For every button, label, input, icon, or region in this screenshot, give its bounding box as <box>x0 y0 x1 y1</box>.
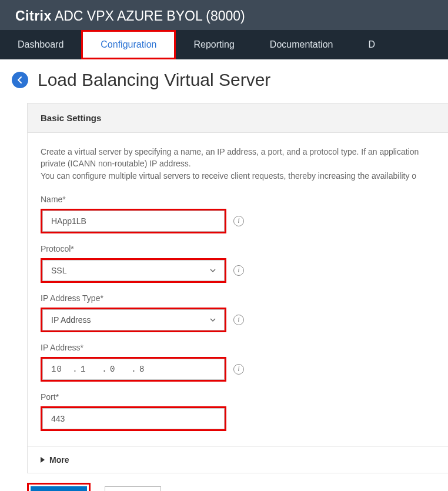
brand-name: Citrix <box>15 8 52 24</box>
ip-address-label: IP Address* <box>41 343 435 352</box>
button-row: OK Cancel <box>0 473 448 491</box>
ip-type-value: IP Address <box>51 315 91 325</box>
page-header: Load Balancing Virtual Server <box>0 59 448 103</box>
name-input[interactable] <box>42 211 225 232</box>
ip-octet-1[interactable]: 10 <box>51 365 70 374</box>
basic-settings-panel: Basic Settings Create a virtual server b… <box>27 103 448 473</box>
more-toggle[interactable]: More <box>28 446 448 473</box>
desc-line: private (ICANN non-routable) IP address. <box>41 158 435 169</box>
ip-octet-4[interactable]: 8 <box>139 365 158 374</box>
cancel-button[interactable]: Cancel <box>105 486 161 491</box>
protocol-select[interactable]: SSL <box>42 260 225 281</box>
arrow-left-icon <box>15 75 25 85</box>
ip-type-select[interactable]: IP Address <box>42 309 225 330</box>
chevron-down-icon <box>209 266 217 275</box>
info-icon[interactable]: i <box>233 315 244 325</box>
panel-heading: Basic Settings <box>28 103 448 133</box>
ip-octet-3[interactable]: 0 <box>110 365 129 374</box>
panel-description: Create a virtual server by specifying a … <box>41 146 435 182</box>
page-title: Load Balancing Virtual Server <box>38 70 270 90</box>
field-ip-address: IP Address* 10 . 1 . 0 . 8 i <box>41 343 435 382</box>
nav-reporting[interactable]: Reporting <box>176 30 252 59</box>
more-label: More <box>49 455 69 465</box>
ip-octet-2[interactable]: 1 <box>81 365 99 374</box>
info-icon[interactable]: i <box>233 364 244 375</box>
field-ip-type: IP Address Type* IP Address i <box>41 293 435 332</box>
protocol-label: Protocol* <box>41 244 435 253</box>
nav-documentation[interactable]: Documentation <box>252 30 351 59</box>
port-input[interactable] <box>42 408 225 429</box>
desc-line: Create a virtual server by specifying a … <box>41 146 435 158</box>
field-protocol: Protocol* SSL i <box>41 244 435 283</box>
info-icon[interactable]: i <box>233 265 244 276</box>
ok-button[interactable]: OK <box>31 486 87 491</box>
caret-right-icon <box>41 457 45 463</box>
nav-dashboard[interactable]: Dashboard <box>0 30 81 59</box>
product-name: ADC VPX AZURE BYOL (8000) <box>55 8 245 24</box>
nav-bar: Dashboard Configuration Reporting Docume… <box>0 30 448 59</box>
desc-line: You can configure multiple virtual serve… <box>41 170 435 182</box>
nav-overflow[interactable]: D <box>350 30 381 59</box>
info-icon[interactable]: i <box>233 216 244 226</box>
top-bar: Citrix ADC VPX AZURE BYOL (8000) <box>0 0 448 30</box>
ip-type-label: IP Address Type* <box>41 293 435 303</box>
field-name: Name* i <box>41 195 435 233</box>
ip-address-input[interactable]: 10 . 1 . 0 . 8 <box>42 359 225 380</box>
nav-configuration[interactable]: Configuration <box>81 30 176 59</box>
back-button[interactable] <box>12 72 28 88</box>
field-port: Port* <box>41 392 435 431</box>
chevron-down-icon <box>209 316 217 324</box>
protocol-value: SSL <box>51 266 66 275</box>
name-label: Name* <box>41 195 435 204</box>
port-label: Port* <box>41 392 435 402</box>
